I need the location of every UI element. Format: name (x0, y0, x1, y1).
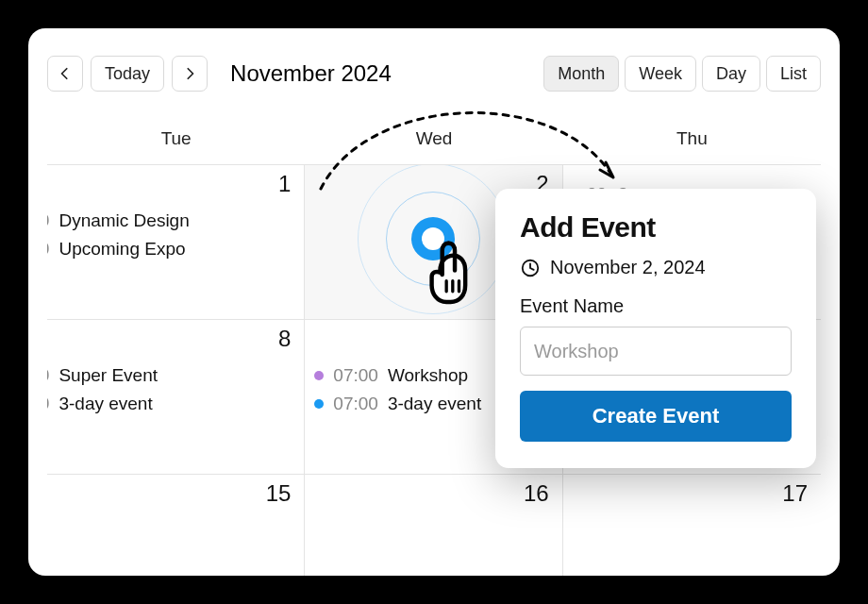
chevron-right-icon (183, 67, 196, 80)
event-row[interactable]: :00 Upcoming Expo (57, 235, 292, 263)
date-number: 15 (57, 480, 292, 507)
day-header-thu: Thu (563, 119, 821, 164)
popup-date: November 2, 2024 (550, 257, 706, 278)
month-title: November 2024 (230, 60, 392, 87)
toolbar: Today November 2024 Month Week Day List (47, 53, 821, 94)
event-time: 07:00 (333, 365, 378, 386)
prev-button[interactable] (47, 56, 83, 92)
create-event-button[interactable]: Create Event (520, 391, 792, 442)
day-cell-17[interactable]: 17 (563, 474, 821, 576)
event-name: 3-day event (388, 394, 481, 414)
event-time: :00 (47, 239, 49, 260)
add-event-popup: Add Event November 2, 2024 Event Name Cr… (495, 189, 816, 468)
view-day[interactable]: Day (702, 56, 760, 92)
event-row[interactable]: :00 Super Event (57, 361, 292, 390)
event-dot-icon (314, 399, 324, 409)
view-week[interactable]: Week (625, 56, 696, 92)
day-cell-16[interactable]: 16 (305, 474, 562, 576)
view-list[interactable]: List (766, 56, 821, 92)
day-cell-8[interactable]: 8 :00 Super Event :00 3-day event (47, 319, 305, 474)
event-row[interactable]: :00 Dynamic Design (57, 207, 292, 235)
event-name: Workshop (388, 365, 468, 386)
event-name: Super Event (58, 365, 158, 386)
event-name: Upcoming Expo (58, 239, 185, 260)
event-name-input[interactable] (520, 327, 792, 376)
pointer-cursor-icon (422, 233, 490, 309)
date-number: 17 (573, 480, 810, 507)
next-button[interactable] (172, 56, 208, 92)
event-time: :00 (47, 394, 49, 414)
day-header-wed: Wed (305, 119, 562, 164)
event-name: 3-day event (58, 394, 152, 414)
today-button[interactable]: Today (91, 56, 164, 92)
calendar-frame: Today November 2024 Month Week Day List … (28, 28, 840, 576)
clock-icon (520, 258, 541, 278)
day-cell-15[interactable]: 15 (47, 474, 305, 576)
day-cell-1[interactable]: 1 :00 Dynamic Design :00 Upcoming Expo (47, 164, 305, 319)
event-name: Dynamic Design (58, 210, 189, 231)
date-number: 1 (57, 171, 292, 197)
date-number: 16 (314, 480, 550, 507)
event-time: :00 (47, 210, 49, 231)
day-header-tue: Tue (47, 119, 305, 164)
date-number: 8 (57, 326, 292, 352)
event-dot-icon (314, 371, 324, 380)
pulse-core-icon (411, 217, 455, 260)
popup-title: Add Event (520, 211, 792, 243)
event-name-label: Event Name (520, 295, 792, 317)
event-row[interactable]: :00 3-day event (57, 390, 292, 418)
event-time: :00 (47, 365, 49, 386)
view-switcher: Month Week Day List (543, 56, 821, 92)
view-month[interactable]: Month (543, 56, 619, 92)
event-time: 07:00 (333, 394, 378, 414)
chevron-left-icon (58, 67, 72, 80)
